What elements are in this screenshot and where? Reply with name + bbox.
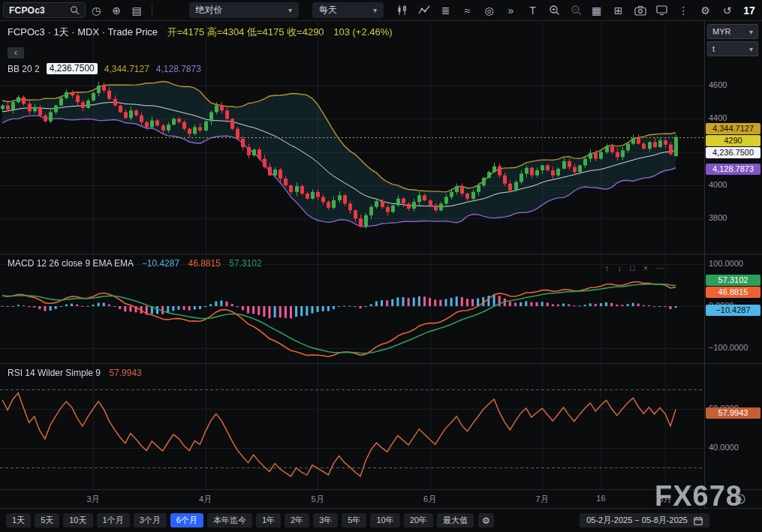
macd-signal-value: 57.3102 [229,258,261,269]
main-chart-canvas[interactable] [0,21,704,254]
bottom-toolbar: 1天5天10天1个月3个月6个月本年迄今1年2年3年5年10年20年最大值 ⚙ … [0,509,762,532]
range-settings-icon[interactable]: ⚙ [478,513,494,527]
range-button-最大值[interactable]: 最大值 [437,513,474,527]
rsi-badge: 57.9943 [706,407,760,419]
range-button-5天[interactable]: 5天 [35,513,59,527]
pane-more-icon[interactable]: ⋯ [656,263,664,273]
history-icon[interactable]: ◷ [87,2,106,20]
price-axis-label: −100.0000 [709,343,748,352]
price-mode-dropdown[interactable]: 绝对价 ▾ [189,2,299,18]
close-pane-icon[interactable]: × [643,263,648,273]
price-axis-label: 4400 [709,113,727,122]
fullscreen-icon[interactable] [652,2,671,20]
undo-icon[interactable]: ↺ [718,2,736,20]
folder-icon[interactable]: ▤ [128,2,146,20]
range-button-1天[interactable]: 1天 [6,513,31,527]
move-pane-down-icon[interactable]: ↓ [618,263,622,273]
time-axis-label: 7月 [536,494,549,505]
range-button-3年[interactable]: 3年 [313,513,338,527]
templates-icon[interactable]: ≣ [436,2,455,20]
date-range-button[interactable]: 05-2月-2025 − 05-8月-2025 [580,513,709,527]
interval-dropdown[interactable]: 每天 ▾ [312,2,384,18]
range-button-2年[interactable]: 2年 [285,513,309,527]
rsi-value: 57.9943 [109,368,141,378]
range-button-6个月[interactable]: 6个月 [170,513,203,527]
macd-title[interactable]: MACD 12 26 close 9 EMA EMA [8,258,133,269]
price-axis-label: 4600 [709,80,727,89]
text-tool-icon[interactable]: T [523,2,542,20]
toolbar-divider [152,4,152,17]
watermark: FX678 [655,480,742,512]
chevron-down-icon: ▾ [288,6,292,14]
chart-legend: FCPOc3 · 1天 · MDX · Trade Price 开=4175 高… [8,26,393,39]
currency-dropdown[interactable]: MYR ▾ [707,24,758,39]
range-button-本年迄今[interactable]: 本年迄今 [207,513,252,527]
alert-icon[interactable]: ◎ [480,2,498,20]
maximize-pane-icon[interactable]: □ [630,263,635,273]
macd-line-badge: 46.8815 [706,287,760,298]
pane-controls: ↑ ↓ □ × ⋯ [605,263,664,273]
macd-signal-badge: 57.3102 [706,275,760,286]
zoom-in-icon[interactable] [545,2,564,20]
more-icon[interactable]: ⋮ [674,2,693,20]
range-button-10年[interactable]: 10年 [370,513,399,527]
range-button-10天[interactable]: 10天 [63,513,92,527]
rsi-title[interactable]: RSI 14 Wilder Simple 9 [8,368,101,378]
macd-hist-badge: −10.4287 [706,305,760,316]
compare-icon[interactable]: ≈ [458,2,477,20]
range-button-1个月[interactable]: 1个月 [97,513,130,527]
rsi-legend: RSI 14 Wilder Simple 9 57.9943 [8,368,142,378]
chevron-down-icon: ▾ [373,6,377,14]
macd-hist-value: −10.4287 [142,258,179,269]
interval-label: 每天 [319,4,337,17]
rsi-canvas[interactable] [0,364,704,489]
price-axis[interactable] [705,21,762,489]
range-button-5年[interactable]: 5年 [342,513,366,527]
bb-upper-value: 4,344.7127 [104,64,149,74]
range-button-3个月[interactable]: 3个月 [134,513,167,527]
legend-title[interactable]: FCPOc3 · 1天 · MDX · Trade Price [8,26,158,38]
pane-separator[interactable] [0,363,762,364]
bb-basis-badge: 4,236.7500 [706,147,760,158]
indicators-icon[interactable] [414,2,433,20]
bb-legend: BB 20 2 4,236.7500 4,344.7127 4,128.7873 [8,63,201,74]
pane-separator[interactable] [0,254,762,254]
macd-canvas[interactable] [0,254,704,363]
time-axis-label: 16 [596,494,605,503]
time-axis[interactable]: 3月4月5月6月7月168月 [0,490,704,508]
range-button-1年[interactable]: 1年 [256,513,281,527]
zoom-out-icon[interactable] [567,2,586,20]
chevron-down-icon: ▾ [749,45,753,53]
price-axis-label: 40.0000 [709,443,739,452]
price-axis-label: 100.0000 [709,259,743,268]
table-icon[interactable]: ▦ [587,2,606,20]
unit-dropdown[interactable]: t ▾ [707,41,758,56]
chart-style-icon[interactable] [393,2,411,20]
last-price-badge: 4290 [706,135,760,146]
back-button[interactable]: ‹ [8,47,24,59]
replay-icon[interactable]: » [501,2,520,20]
macd-line-value: 46.8815 [188,258,220,269]
add-symbol-icon[interactable]: ⊕ [107,2,126,20]
symbol-search[interactable]: FCPOc3 [3,2,86,18]
settings-icon[interactable]: ⚙ [696,2,715,20]
bb-title[interactable]: BB 20 2 [8,64,40,74]
toolbar-right: ▦ ⊞ ⋮ ⚙ ↺ 17 [587,2,759,20]
chevron-down-icon: ▾ [749,28,753,36]
range-buttons: 1天5天10天1个月3个月6个月本年迄今1年2年3年5年10年20年最大值 [6,513,474,527]
bb-lower-value: 4,128.7873 [156,64,201,74]
bb-basis-value: 4,236.7500 [47,63,98,74]
tradingview-logo[interactable]: 17 [739,2,759,20]
layout-add-icon[interactable]: ⊞ [609,2,628,20]
range-button-20年[interactable]: 20年 [404,513,433,527]
move-pane-up-icon[interactable]: ↑ [605,263,610,273]
date-range-label: 05-2月-2025 − 05-8月-2025 [586,515,688,526]
screenshot-icon[interactable] [631,2,649,20]
time-axis-label: 6月 [423,494,436,505]
macd-legend: MACD 12 26 close 9 EMA EMA −10.4287 46.8… [8,258,262,269]
price-axis-label: 3800 [709,213,727,222]
top-toolbar: FCPOc3 ◷ ⊕ ▤ 绝对价 ▾ 每天 ▾ ≣ ≈ ◎ » [0,0,762,21]
currency-label: MYR [712,27,730,36]
chart-tools: ≣ ≈ ◎ » T [393,2,586,20]
legend-ohlc: 开=4175 高=4304 低=4175 收=4290 [167,26,324,38]
